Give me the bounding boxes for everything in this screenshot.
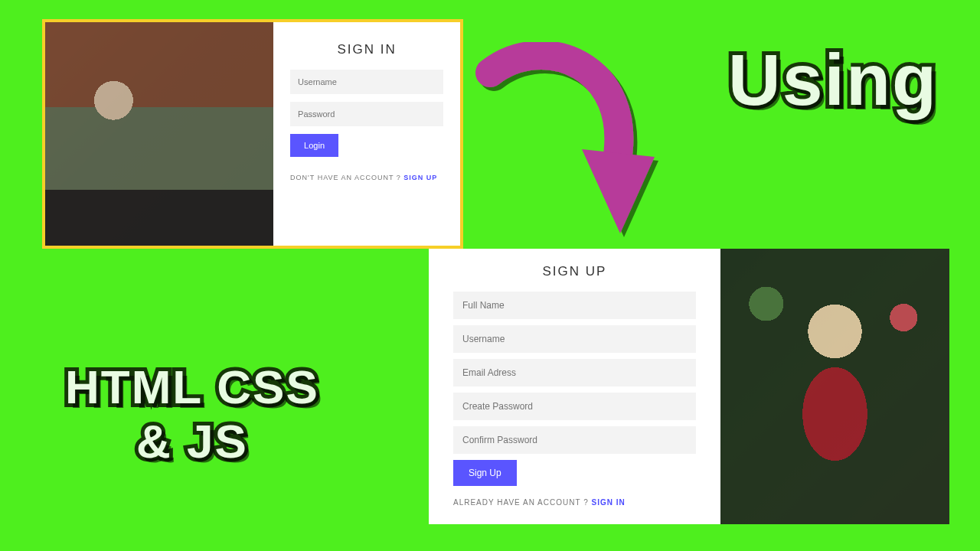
signin-link[interactable]: SIGN IN [592, 498, 626, 507]
login-button[interactable]: Login [290, 134, 338, 157]
signin-form: SIGN IN Login DON'T HAVE AN ACCOUNT ? SI… [273, 22, 460, 246]
signup-fullname-input[interactable] [453, 292, 696, 319]
label-htmlcssjs-line1: HTML CSS [65, 360, 319, 413]
signup-createpw-input[interactable] [453, 393, 696, 420]
signup-confirmpw-input[interactable] [453, 426, 696, 454]
signup-photo [720, 249, 949, 524]
signin-switch-text: DON'T HAVE AN ACCOUNT ? SIGN UP [290, 174, 443, 181]
signup-form: SIGN UP Sign Up ALREADY HAVE AN ACCOUNT … [429, 249, 720, 524]
signin-switch-prefix: DON'T HAVE AN ACCOUNT ? [290, 174, 403, 181]
transition-arrow-icon [475, 42, 674, 256]
signup-switch-prefix: ALREADY HAVE AN ACCOUNT ? [453, 498, 592, 507]
signin-photo [45, 22, 273, 246]
signin-password-input[interactable] [290, 102, 443, 126]
signin-heading: SIGN IN [290, 42, 443, 57]
signup-card: SIGN UP Sign Up ALREADY HAVE AN ACCOUNT … [429, 249, 949, 524]
label-htmlcssjs: HTML CSS & JS [65, 360, 319, 469]
signup-heading: SIGN UP [453, 264, 696, 279]
signin-card: SIGN IN Login DON'T HAVE AN ACCOUNT ? SI… [42, 19, 463, 249]
signup-button[interactable]: Sign Up [453, 460, 517, 486]
signup-username-input[interactable] [453, 325, 696, 353]
signup-link[interactable]: SIGN UP [403, 174, 437, 181]
label-using: Using [728, 38, 938, 122]
signin-username-input[interactable] [290, 70, 443, 94]
signup-switch-text: ALREADY HAVE AN ACCOUNT ? SIGN IN [453, 498, 696, 507]
label-htmlcssjs-line2: & JS [136, 415, 248, 468]
signup-email-input[interactable] [453, 359, 696, 386]
